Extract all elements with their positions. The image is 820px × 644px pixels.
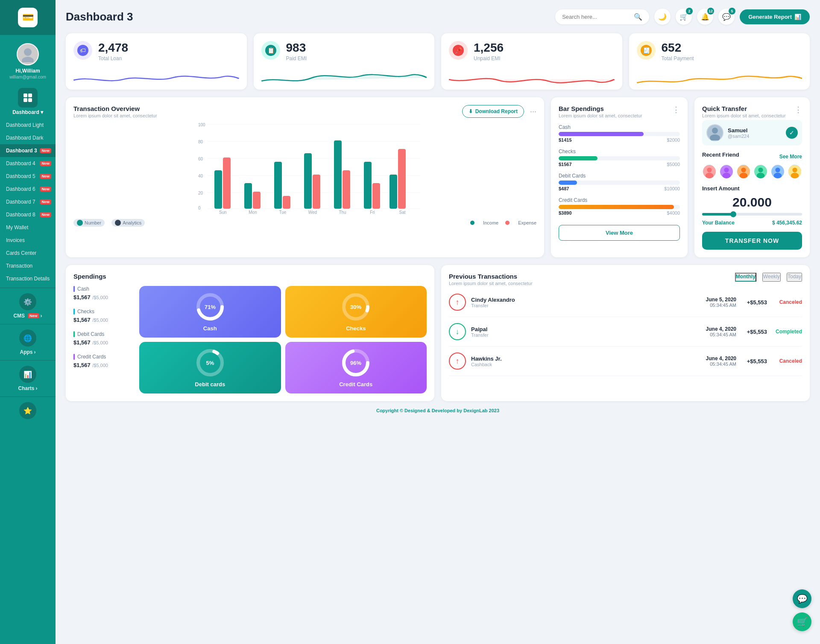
see-more-link[interactable]: See More (779, 154, 802, 160)
stat-number-4: 652 (662, 41, 694, 55)
bell-icon-btn[interactable]: 🔔 12 (697, 9, 713, 25)
sidebar-item-dashboard-4[interactable]: Dashboard 4 New (0, 157, 56, 170)
tx-info-2: Paipal Transfer (471, 326, 701, 338)
favorites-section: ⭐ (0, 396, 56, 423)
svg-point-57 (741, 168, 746, 172)
sidebar-item-dashboard-5[interactable]: Dashboard 5 New (0, 170, 56, 183)
search-input[interactable] (562, 14, 630, 20)
view-more-button[interactable]: View More (559, 225, 680, 241)
dashboard-label[interactable]: Dashboard ▾ (12, 109, 43, 115)
sidebar-item-my-wallet[interactable]: My Wallet (0, 221, 56, 234)
svg-rect-5 (28, 98, 32, 102)
svg-rect-37 (274, 162, 282, 209)
transaction-overview-card: Transaction Overview Lorem ipsum dolor s… (66, 97, 544, 257)
svg-rect-33 (214, 170, 222, 209)
spendings-list: Cash $1,567 /$5,000 Checks $1 (73, 286, 133, 393)
transaction-overview-subtitle: Lorem ipsum dolor sit amet, consectetur (73, 113, 157, 118)
quick-transfer-more-button[interactable]: ⋮ (794, 105, 802, 114)
bar-spendings-more-button[interactable]: ⋮ (672, 105, 680, 114)
user-name: Hi,William (15, 68, 40, 74)
friend-avatar-4[interactable] (753, 164, 768, 179)
color-bar-checks (73, 309, 75, 315)
spend-row-debit-cards: Debit Cards $487 $10000 (559, 173, 680, 191)
sidebar-item-transaction[interactable]: Transaction (0, 259, 56, 272)
apps-icon-btn[interactable]: 🌐 (19, 329, 36, 347)
generate-report-button[interactable]: Generate Report 📊 (740, 9, 810, 24)
badge-new-4: New (40, 161, 51, 166)
friend-avatar-6[interactable] (788, 164, 802, 179)
svg-text:40: 40 (198, 174, 203, 178)
sidebar-item-dashboard-dark[interactable]: Dashboard Dark (0, 131, 56, 144)
svg-text:30%: 30% (350, 304, 361, 310)
friend-avatar-1[interactable] (702, 164, 717, 179)
tx-info-3: Hawkins Jr. Cashback (471, 356, 701, 367)
apps-section: 🌐 Apps › (0, 324, 56, 358)
sidebar-item-dashboard-3[interactable]: Dashboard 3 New (0, 144, 56, 157)
svg-point-48 (712, 128, 718, 134)
sidebar-item-transaction-details[interactable]: Transaction Details (0, 272, 56, 285)
svg-rect-40 (313, 175, 320, 209)
tab-today[interactable]: Today (787, 273, 802, 282)
svg-rect-46 (398, 149, 406, 209)
charts-label[interactable]: Charts › (18, 385, 37, 391)
sidebar-user: Hi,William william@gmail.com (0, 37, 56, 84)
transfer-check-icon: ✓ (786, 127, 798, 139)
sidebar-item-dashboard-6[interactable]: Dashboard 6 New (0, 183, 56, 195)
cms-label[interactable]: CMS New › (13, 313, 42, 319)
moon-icon-btn[interactable]: 🌙 (654, 9, 671, 25)
sidebar-item-invoices[interactable]: Invoices (0, 234, 56, 247)
svg-text:5%: 5% (206, 360, 214, 366)
cms-icon-btn[interactable]: ⚙️ (19, 293, 36, 310)
spendings-title: Spendings (73, 273, 427, 280)
friend-avatar-3[interactable] (736, 164, 751, 179)
stat-label-2: Paid EMI (286, 55, 307, 61)
transaction-overview-title: Transaction Overview (73, 105, 157, 112)
user-email: william@gmail.com (9, 75, 46, 79)
toggle-number[interactable]: Number (73, 219, 105, 227)
sidebar-item-dashboard-light[interactable]: Dashboard Light (0, 119, 56, 131)
svg-rect-2 (23, 93, 27, 97)
expense-legend-dot (505, 221, 510, 225)
color-bar-cash (73, 286, 75, 292)
sidebar-nav: Dashboard Light Dashboard Dark Dashboard… (0, 119, 56, 285)
friend-avatar-5[interactable] (770, 164, 785, 179)
stat-number-1: 2,478 (98, 41, 128, 55)
svg-rect-44 (372, 183, 380, 209)
favorites-icon-btn[interactable]: ⭐ (19, 402, 36, 419)
fab-cart-button[interactable]: 🛒 (793, 612, 811, 631)
stat-label-4: Total Payment (662, 55, 694, 61)
header: Dashboard 3 🔍 🌙 🛒 2 🔔 12 💬 5 Generate Re… (66, 9, 810, 25)
svg-point-66 (792, 168, 797, 172)
more-options-button[interactable]: ··· (530, 107, 536, 116)
bottom-row: Spendings Cash $1,567 /$5,000 (66, 265, 810, 401)
mid-row: Transaction Overview Lorem ipsum dolor s… (66, 97, 810, 257)
spendings-item-cash: Cash $1,567 /$5,000 (73, 286, 133, 301)
transaction-bar-chart: 100 80 60 40 20 0 Sun Mon Tue Wed Thu Fr (73, 120, 536, 214)
apps-label[interactable]: Apps › (20, 349, 36, 355)
badge-new-5: New (40, 174, 51, 179)
toggle-analytics[interactable]: Analytics (111, 219, 145, 227)
svg-text:60: 60 (198, 157, 203, 161)
chart-icon: 📊 (794, 14, 801, 20)
tx-icon-2: ↓ (449, 323, 466, 340)
tx-info-1: Cindy Alexandro Transfer (471, 297, 701, 308)
badge-new-8: New (40, 212, 51, 217)
amount-slider-thumb[interactable] (730, 211, 736, 217)
charts-section: 📊 Charts › (0, 360, 56, 394)
fab-support-button[interactable]: 💬 (793, 589, 811, 608)
charts-icon-btn[interactable]: 📊 (19, 366, 36, 383)
svg-text:📌: 📌 (455, 47, 463, 54)
chat-icon-btn[interactable]: 💬 5 (718, 9, 735, 25)
download-report-button[interactable]: ⬇ Download Report (462, 105, 524, 118)
dashboard-icon[interactable] (18, 88, 38, 108)
cart-icon-btn[interactable]: 🛒 2 (676, 9, 692, 25)
tab-weekly[interactable]: Weekly (762, 273, 781, 282)
sidebar-item-dashboard-7[interactable]: Dashboard 7 New (0, 195, 56, 208)
tab-monthly[interactable]: Monthly (735, 273, 756, 282)
stat-card-unpaid-emi: 📌 1,256 Unpaid EMI (441, 33, 622, 90)
sidebar-item-dashboard-8[interactable]: Dashboard 8 New (0, 208, 56, 221)
transfer-now-button[interactable]: TRANSFER NOW (702, 232, 802, 250)
quick-transfer-subtitle: Lorem ipsum dolor sit amet, consectetur (702, 113, 786, 118)
sidebar-item-cards-center[interactable]: Cards Center (0, 247, 56, 259)
friend-avatar-2[interactable] (719, 164, 734, 179)
